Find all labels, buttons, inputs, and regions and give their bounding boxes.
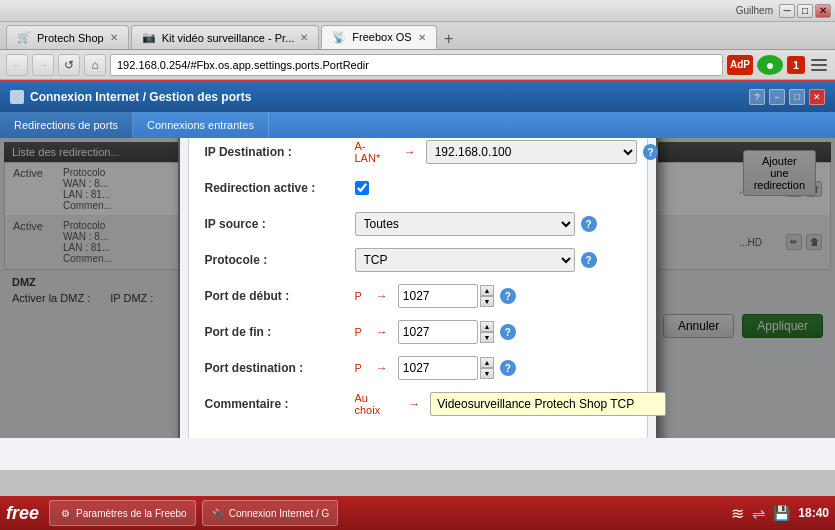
- port-fin-help-icon[interactable]: ?: [500, 324, 516, 340]
- port-fin-control: P → ▲ ▼ ?: [355, 320, 631, 344]
- port-dest-spinner: ▲ ▼: [398, 356, 494, 380]
- fbx-content: Liste des redirection... Active Protocol…: [0, 138, 835, 438]
- minimize-button[interactable]: ─: [779, 4, 795, 18]
- port-dest-down[interactable]: ▼: [480, 368, 494, 379]
- protocole-label: Protocole :: [205, 253, 355, 267]
- tab-close-icon[interactable]: ✕: [418, 32, 426, 43]
- port-fin-row: Port de fin : P → ▲ ▼ ?: [205, 318, 631, 346]
- back-button[interactable]: ←: [6, 54, 28, 76]
- forward-button[interactable]: →: [32, 54, 54, 76]
- free-logo: free: [6, 503, 39, 524]
- disk-icon[interactable]: 💾: [773, 505, 790, 521]
- port-dest-up[interactable]: ▲: [480, 357, 494, 368]
- security-badge[interactable]: ●: [757, 55, 783, 75]
- comment-input[interactable]: [430, 392, 666, 416]
- ip-source-label: IP source :: [205, 217, 355, 231]
- port-dest-help-icon[interactable]: ?: [500, 360, 516, 376]
- port-dest-spinner-btns: ▲ ▼: [480, 357, 494, 379]
- subnav-tab-redirections[interactable]: Redirections de ports: [0, 112, 133, 138]
- ip-dest-help-icon[interactable]: ?: [643, 144, 658, 160]
- port-debut-spinner-btns: ▲ ▼: [480, 285, 494, 307]
- fbx-header-title: Connexion Internet / Gestion des ports: [30, 90, 251, 104]
- browser-menu-icon[interactable]: [809, 55, 829, 75]
- comment-control: Au choix →: [355, 392, 667, 416]
- taskbar-parametres-label: Paramètres de la Freebo: [76, 508, 187, 519]
- protocole-select[interactable]: TCP UDP TCP+UDP: [355, 248, 575, 272]
- port-fin-label: Port de fin :: [205, 325, 355, 339]
- redirect-active-checkbox[interactable]: [355, 181, 369, 195]
- ip-dest-arrow: →: [404, 145, 416, 159]
- extension-badge[interactable]: 1: [787, 56, 805, 74]
- fbx-header-controls: ? − □ ✕: [749, 89, 825, 105]
- maximize-fbx-button[interactable]: □: [789, 89, 805, 105]
- tab-protech-shop[interactable]: 🛒 Protech Shop ✕: [6, 25, 129, 49]
- fbx-subnav: Redirections de ports Connexions entrant…: [0, 112, 835, 138]
- help-button[interactable]: ?: [749, 89, 765, 105]
- settings-icon: ⚙: [58, 506, 72, 520]
- port-debut-label: Port de début :: [205, 289, 355, 303]
- browser-titlebar: Guilhem ─ □ ✕: [0, 0, 835, 22]
- tab-close-icon[interactable]: ✕: [300, 32, 308, 43]
- port-dest-label: Port destination :: [205, 361, 355, 375]
- comment-arrow: →: [408, 397, 420, 411]
- adblock-badge[interactable]: AdP: [727, 55, 753, 75]
- fbx-header-icon: [10, 90, 24, 104]
- port-debut-arrow: →: [376, 289, 388, 303]
- port-dest-hint: P: [355, 362, 362, 374]
- address-input[interactable]: [110, 54, 723, 76]
- taskbar-connexion[interactable]: 🔌 Connexion Internet / G: [202, 500, 339, 526]
- subnav-tab-connexions[interactable]: Connexions entrantes: [133, 112, 269, 138]
- modal-body: IP Destination : A-LAN* → 192.168.0.100 …: [188, 138, 648, 438]
- port-debut-spinner: ▲ ▼: [398, 284, 494, 308]
- new-tab-button[interactable]: +: [439, 29, 459, 49]
- tab-favicon: 📡: [332, 31, 346, 44]
- taskbar-right: ≋ ⇌ 💾 18:40: [731, 504, 829, 523]
- titlebar-user: Guilhem: [736, 5, 773, 16]
- minimize-fbx-button[interactable]: −: [769, 89, 785, 105]
- port-fin-spinner: ▲ ▼: [398, 320, 494, 344]
- port-debut-down[interactable]: ▼: [480, 296, 494, 307]
- ip-source-help-icon[interactable]: ?: [581, 216, 597, 232]
- close-button[interactable]: ✕: [815, 4, 831, 18]
- protocole-help-icon[interactable]: ?: [581, 252, 597, 268]
- protocole-row: Protocole : TCP UDP TCP+UDP ?: [205, 246, 631, 274]
- ip-dest-label: IP Destination :: [205, 145, 355, 159]
- tab-freebox-os[interactable]: 📡 Freebox OS ✕: [321, 25, 436, 49]
- ip-dest-select[interactable]: 192.168.0.100: [426, 140, 637, 164]
- port-fin-arrow: →: [376, 325, 388, 339]
- redirect-active-control: [355, 181, 631, 195]
- port-debut-input[interactable]: [398, 284, 478, 308]
- tab-favicon: 📷: [142, 31, 156, 44]
- port-fin-down[interactable]: ▼: [480, 332, 494, 343]
- address-bar: ← → ↺ ⌂ AdP ● 1: [0, 50, 835, 80]
- port-redirect-modal: Redirection de port ✕ IP Destination : A…: [178, 138, 658, 438]
- tab-label: Freebox OS: [352, 31, 411, 43]
- comment-row: Commentaire : Au choix →: [205, 390, 631, 418]
- port-fin-input[interactable]: [398, 320, 478, 344]
- ip-source-control: Toutes Autre ?: [355, 212, 631, 236]
- port-dest-control: P → ▲ ▼ ?: [355, 356, 631, 380]
- fbx-header: Connexion Internet / Gestion des ports ?…: [0, 82, 835, 112]
- tab-close-icon[interactable]: ✕: [110, 32, 118, 43]
- ip-source-select[interactable]: Toutes Autre: [355, 212, 575, 236]
- taskbar-time: 18:40: [798, 506, 829, 520]
- connection-icon: 🔌: [211, 506, 225, 520]
- port-debut-up[interactable]: ▲: [480, 285, 494, 296]
- tab-kit-video[interactable]: 📷 Kit vidéo surveillance - Pr... ✕: [131, 25, 320, 49]
- usb-icon[interactable]: ⇌: [752, 504, 765, 523]
- close-fbx-button[interactable]: ✕: [809, 89, 825, 105]
- port-debut-help-icon[interactable]: ?: [500, 288, 516, 304]
- reload-button[interactable]: ↺: [58, 54, 80, 76]
- port-dest-input[interactable]: [398, 356, 478, 380]
- comment-label: Commentaire :: [205, 397, 355, 411]
- wifi-icon[interactable]: ≋: [731, 504, 744, 523]
- maximize-button[interactable]: □: [797, 4, 813, 18]
- taskbar-parametres[interactable]: ⚙ Paramètres de la Freebo: [49, 500, 196, 526]
- ip-dest-hint: A-LAN*: [355, 140, 390, 164]
- port-fin-up[interactable]: ▲: [480, 321, 494, 332]
- port-dest-arrow: →: [376, 361, 388, 375]
- protocole-control: TCP UDP TCP+UDP ?: [355, 248, 631, 272]
- titlebar-controls: ─ □ ✕: [779, 4, 831, 18]
- ip-dest-control: A-LAN* → 192.168.0.100 ?: [355, 140, 659, 164]
- home-button[interactable]: ⌂: [84, 54, 106, 76]
